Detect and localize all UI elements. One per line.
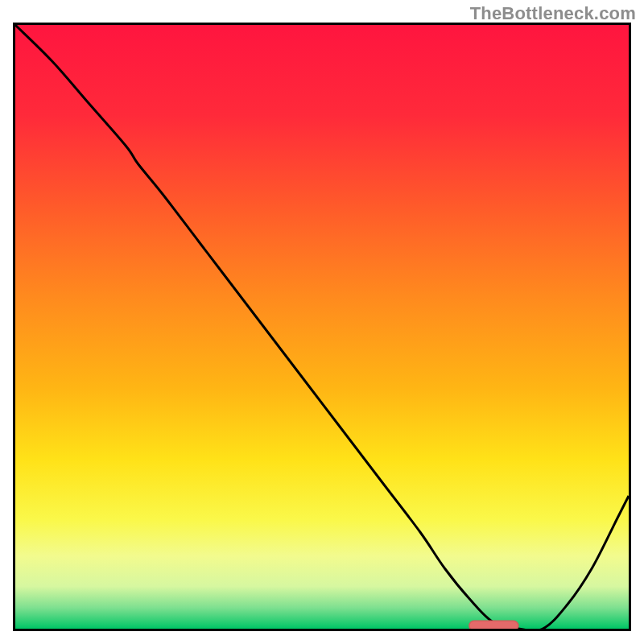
watermark-text: TheBottleneck.com: [470, 3, 636, 24]
gradient-background: [15, 25, 629, 629]
optimal-range-marker: [469, 621, 518, 629]
chart-svg: [15, 25, 629, 629]
plot-area: [13, 23, 631, 631]
bottleneck-chart: TheBottleneck.com: [0, 0, 644, 644]
